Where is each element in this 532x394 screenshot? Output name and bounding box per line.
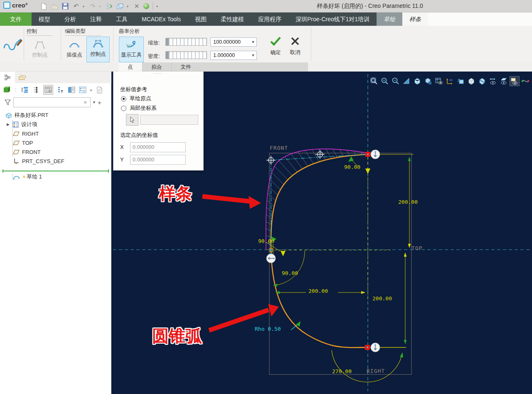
tangency-drag-handle[interactable] — [371, 343, 380, 352]
tab-tools[interactable]: 工具 — [109, 12, 135, 26]
x-coordinate-field[interactable] — [130, 142, 186, 152]
folder-browser-tab[interactable] — [15, 72, 30, 83]
save-icon[interactable] — [61, 2, 69, 10]
tree-filter-icon[interactable] — [56, 86, 64, 94]
cancel-button[interactable]: 取消 — [286, 33, 304, 60]
toolbar-overflow-icon[interactable]: » — [90, 87, 92, 92]
control-points-button[interactable]: 控制点 — [86, 37, 110, 62]
dimension-height-mid[interactable]: 200.00 — [372, 295, 392, 302]
undo-icon[interactable]: ↶ — [72, 2, 80, 10]
tab-spline[interactable]: 样条 — [402, 12, 428, 26]
customize-toolbar-caret-icon[interactable]: ▾ — [156, 5, 160, 8]
panel-tab-fit[interactable]: 拟合 — [143, 62, 172, 72]
front-plane-outline[interactable] — [269, 153, 411, 374]
tangency-drag-handle[interactable] — [371, 150, 380, 159]
csys-reference-input[interactable] — [140, 115, 198, 125]
tree-row-right-plane[interactable]: RIGHT — [0, 129, 111, 138]
repaint-icon[interactable] — [401, 76, 411, 86]
y-coordinate-field[interactable] — [130, 155, 186, 165]
control-points-disabled-button[interactable]: 控制点 — [27, 37, 52, 61]
tree-search-input[interactable] — [15, 98, 82, 107]
radio-selected-icon[interactable] — [121, 96, 126, 102]
radio-sketch-origin[interactable]: 草绘原点 — [121, 95, 151, 102]
redo-caret-icon[interactable]: ▾ — [99, 5, 103, 8]
expand-all-icon[interactable] — [21, 86, 29, 94]
window-switch-caret-icon[interactable]: ▾ — [127, 5, 130, 8]
model-tree-tab[interactable] — [0, 72, 15, 83]
show-settings-icon[interactable] — [2, 86, 11, 94]
tree-row-csys[interactable]: PRT_CSYS_DEF — [0, 156, 111, 166]
plane-display-icon[interactable] — [499, 76, 509, 86]
tree-list-settings-icon[interactable] — [79, 86, 87, 94]
window-switch-icon[interactable] — [116, 2, 124, 10]
spline-display-icon[interactable] — [520, 76, 530, 86]
dim-display-icon[interactable] — [488, 76, 498, 86]
new-file-icon[interactable] — [39, 2, 48, 10]
tab-mcadex-tools[interactable]: MCADEx Tools — [135, 12, 188, 26]
tab-view[interactable]: 视图 — [188, 12, 214, 26]
density-combo-caret-icon[interactable]: ▼ — [250, 53, 256, 57]
standard-view-icon[interactable] — [412, 76, 422, 86]
tree-document-icon[interactable] — [95, 86, 103, 94]
conic-arc-curve[interactable] — [271, 251, 367, 347]
tree-row-design-items[interactable]: ▶ 设计项 — [0, 120, 111, 129]
datum-display-icon[interactable]: x/y — [445, 76, 455, 86]
undo-caret-icon[interactable]: ▾ — [83, 5, 86, 8]
csys-pick-button[interactable] — [126, 114, 138, 126]
tab-annotate[interactable]: 注释 — [83, 12, 109, 26]
clear-search-icon[interactable]: ✕ — [82, 100, 89, 105]
collapse-all-icon[interactable] — [32, 86, 40, 94]
ok-button[interactable]: 确定 — [266, 33, 285, 60]
dimension-angle-left[interactable]: 90.00 — [258, 238, 274, 244]
panel-drag-handle[interactable]: ···· — [113, 72, 203, 76]
close-window-icon[interactable]: ✕ — [133, 2, 141, 10]
dimension-width-mid[interactable]: 200.00 — [308, 288, 328, 294]
dimension-angle-top[interactable]: 90.00 — [344, 164, 360, 170]
tab-sketch[interactable]: 草绘 — [377, 12, 402, 26]
scale-slider[interactable] — [165, 38, 207, 46]
tree-row-front-plane[interactable]: FRONT — [0, 147, 111, 156]
density-slider[interactable] — [165, 51, 207, 59]
tree-row-sketch[interactable]: ✳ 草绘 1 — [0, 172, 111, 181]
tree-column-display-icon[interactable] — [67, 86, 76, 94]
zoom-in-icon[interactable] — [380, 76, 390, 86]
scale-slider-thumb[interactable] — [166, 38, 169, 45]
dimension-height-right[interactable]: 200.00 — [398, 199, 418, 205]
model-status-icon[interactable] — [143, 3, 149, 9]
panel-tab-points[interactable]: 点 — [118, 62, 143, 72]
tree-row-root[interactable]: 样条好坏.PRT — [0, 111, 111, 120]
open-file-icon[interactable] — [50, 2, 59, 10]
tab-analysis[interactable]: 分析 — [57, 12, 83, 26]
scale-combo-caret-icon[interactable]: ▼ — [250, 40, 256, 44]
control-point-crosshair[interactable] — [266, 156, 276, 165]
dimension-angle-mid[interactable]: 90.00 — [282, 270, 298, 276]
display-tools-button[interactable]: 显示工具 — [119, 37, 144, 62]
tab-applications[interactable]: 应用程序 — [251, 12, 288, 26]
radio-local-csys[interactable]: 局部坐标系 — [121, 104, 157, 112]
tab-flexible-modeling[interactable]: 柔性建模 — [214, 12, 251, 26]
sketch-orientation-icon[interactable] — [456, 76, 466, 86]
insertion-locator[interactable] — [2, 171, 109, 171]
add-filter-icon[interactable]: + — [98, 99, 101, 106]
tree-columns-toggle-icon[interactable] — [43, 85, 53, 95]
display-style-icon[interactable] — [466, 76, 476, 86]
zoom-out-icon[interactable] — [391, 76, 401, 86]
expand-arrow-icon[interactable]: ▶ — [7, 122, 12, 126]
density-slider-thumb[interactable] — [166, 52, 169, 59]
control-polygon-line[interactable] — [271, 154, 368, 160]
scale-value-combo[interactable]: 100.000000 ▼ — [210, 37, 257, 47]
tangency-drag-handle[interactable] — [266, 254, 276, 263]
dimension-rho[interactable]: Rho 0.50 — [255, 326, 281, 332]
section-view-icon[interactable] — [477, 76, 487, 86]
interpolation-points-button[interactable]: 插值点 — [63, 37, 86, 62]
tab-training[interactable]: 深圳Proe-Creo线下1对1培训 — [288, 12, 377, 26]
search-options-caret-icon[interactable]: ▼ — [92, 100, 96, 104]
refit-icon[interactable] — [369, 76, 379, 86]
tab-file[interactable]: 文件 — [0, 12, 32, 26]
density-value-combo[interactable]: 1.000000 ▼ — [210, 51, 257, 60]
tree-row-top-plane[interactable]: TOP — [0, 138, 111, 147]
saved-views-icon[interactable] — [423, 76, 433, 86]
annotation-display-icon[interactable] — [510, 76, 520, 86]
view-manager-icon[interactable] — [434, 76, 444, 86]
radio-unselected-icon[interactable] — [121, 106, 126, 111]
